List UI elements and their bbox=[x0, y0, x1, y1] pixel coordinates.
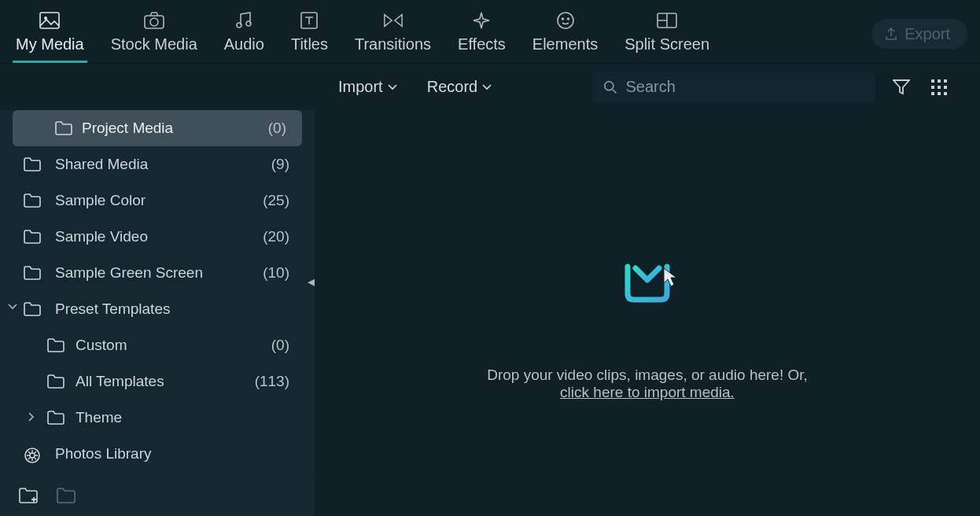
tab-transitions[interactable]: Transitions bbox=[355, 10, 431, 63]
record-dropdown[interactable]: Record bbox=[419, 73, 499, 101]
top-tab-bar: My Media Stock Media Audio Titles Transi… bbox=[0, 0, 980, 63]
tab-split-screen[interactable]: Split Screen bbox=[624, 10, 709, 63]
sparkle-icon bbox=[471, 10, 492, 31]
svg-point-3 bbox=[150, 18, 158, 26]
smiley-icon bbox=[555, 10, 576, 31]
export-label: Export bbox=[904, 25, 950, 43]
import-label: Import bbox=[338, 78, 383, 96]
tab-label: Titles bbox=[291, 35, 328, 53]
tab-effects[interactable]: Effects bbox=[458, 10, 506, 63]
sidebar-item-count: (25) bbox=[263, 192, 289, 209]
export-icon bbox=[884, 27, 898, 41]
folder-icon bbox=[47, 374, 64, 389]
sidebar-item-all-templates[interactable]: All Templates (113) bbox=[0, 363, 315, 400]
new-folder-button[interactable] bbox=[19, 488, 38, 503]
tab-titles[interactable]: Titles bbox=[291, 10, 328, 63]
import-media-link[interactable]: click here to import media. bbox=[560, 384, 735, 400]
sidebar-item-theme[interactable]: Theme bbox=[0, 400, 315, 436]
drop-text: Drop your video clips, images, or audio … bbox=[487, 367, 808, 401]
svg-rect-18 bbox=[931, 92, 934, 95]
tab-audio[interactable]: Audio bbox=[224, 10, 264, 63]
sidebar: Project Media (0) Shared Media (9) Sampl… bbox=[0, 110, 315, 516]
svg-point-8 bbox=[562, 18, 563, 20]
sidebar-item-label: All Templates bbox=[76, 373, 255, 390]
folder-icon bbox=[24, 194, 41, 208]
sidebar-item-label: Sample Video bbox=[55, 228, 263, 245]
image-icon bbox=[39, 10, 60, 31]
drop-zone[interactable]: Drop your video clips, images, or audio … bbox=[487, 225, 808, 401]
sidebar-item-sample-color[interactable]: Sample Color (25) bbox=[0, 182, 315, 219]
sidebar-item-label: Theme bbox=[76, 409, 299, 426]
folder-icon bbox=[24, 230, 41, 244]
cursor-icon bbox=[663, 267, 679, 288]
sidebar-item-photos-library[interactable]: Photos Library bbox=[0, 436, 315, 472]
tab-elements[interactable]: Elements bbox=[532, 10, 598, 63]
sub-bar: Import Record bbox=[0, 63, 980, 110]
grid-view-button[interactable] bbox=[927, 76, 951, 99]
svg-point-22 bbox=[30, 453, 35, 458]
import-dropdown[interactable]: Import bbox=[330, 73, 405, 101]
sidebar-item-shared-media[interactable]: Shared Media (9) bbox=[0, 146, 315, 182]
svg-rect-19 bbox=[938, 92, 941, 95]
filter-button[interactable] bbox=[890, 76, 913, 99]
sidebar-item-count: (10) bbox=[263, 264, 289, 282]
tab-label: Split Screen bbox=[624, 35, 709, 53]
svg-point-9 bbox=[567, 18, 569, 20]
search-field[interactable] bbox=[592, 72, 875, 103]
sidebar-item-preset-templates[interactable]: Preset Templates bbox=[0, 291, 315, 327]
search-icon bbox=[603, 79, 617, 95]
sidebar-item-count: (20) bbox=[263, 228, 289, 245]
sidebar-item-count: (113) bbox=[255, 373, 289, 390]
delete-folder-button[interactable] bbox=[57, 488, 76, 503]
folder-icon bbox=[24, 302, 41, 316]
folder-icon bbox=[55, 121, 72, 135]
chevron-down-icon bbox=[482, 84, 492, 90]
music-icon bbox=[234, 10, 254, 31]
grid-icon bbox=[931, 79, 947, 95]
filter-icon bbox=[893, 79, 910, 95]
sidebar-item-label: Preset Templates bbox=[55, 300, 299, 318]
sidebar-item-label: Shared Media bbox=[55, 156, 271, 173]
drop-text-line1: Drop your video clips, images, or audio … bbox=[487, 367, 808, 384]
sidebar-item-count: (0) bbox=[271, 337, 289, 354]
folder-icon bbox=[24, 266, 41, 280]
tab-my-media[interactable]: My Media bbox=[16, 10, 84, 63]
camera-icon bbox=[144, 10, 164, 31]
sidebar-item-project-media[interactable]: Project Media (0) bbox=[13, 110, 302, 146]
folder-icon bbox=[24, 157, 41, 171]
svg-rect-17 bbox=[944, 86, 947, 89]
sidebar-items: Project Media (0) Shared Media (9) Sampl… bbox=[0, 110, 315, 474]
tab-stock-media[interactable]: Stock Media bbox=[111, 10, 197, 63]
svg-point-7 bbox=[558, 13, 573, 28]
tab-label: Elements bbox=[532, 35, 598, 53]
sidebar-item-sample-green-screen[interactable]: Sample Green Screen (10) bbox=[0, 255, 315, 291]
svg-rect-16 bbox=[938, 86, 941, 89]
svg-rect-14 bbox=[944, 79, 947, 83]
export-button[interactable]: Export bbox=[871, 19, 967, 49]
sidebar-item-count: (9) bbox=[271, 156, 289, 173]
transitions-icon bbox=[383, 10, 403, 31]
photos-icon bbox=[24, 447, 41, 461]
folder-plus-icon bbox=[19, 488, 38, 503]
sidebar-item-label: Photos Library bbox=[55, 445, 299, 463]
sidebar-item-sample-video[interactable]: Sample Video (20) bbox=[0, 219, 315, 255]
tab-label: Stock Media bbox=[111, 35, 197, 53]
sidebar-item-custom[interactable]: Custom (0) bbox=[0, 327, 315, 363]
folder-icon bbox=[57, 488, 76, 503]
sidebar-footer bbox=[0, 474, 315, 516]
svg-rect-13 bbox=[938, 79, 941, 83]
svg-rect-15 bbox=[931, 86, 934, 89]
sidebar-item-label: Project Media bbox=[82, 120, 268, 137]
record-label: Record bbox=[427, 78, 477, 96]
folder-icon bbox=[47, 338, 64, 352]
sidebar-item-label: Custom bbox=[76, 337, 271, 354]
sidebar-item-count: (0) bbox=[268, 120, 286, 137]
split-screen-icon bbox=[657, 10, 677, 31]
text-icon bbox=[299, 10, 319, 31]
chevron-down-icon bbox=[388, 84, 397, 90]
main-area: Project Media (0) Shared Media (9) Sampl… bbox=[0, 110, 980, 516]
sidebar-item-label: Sample Green Screen bbox=[55, 264, 263, 282]
chevron-right-icon bbox=[28, 412, 39, 423]
chevron-down-icon bbox=[8, 304, 19, 315]
search-input[interactable] bbox=[625, 78, 864, 96]
